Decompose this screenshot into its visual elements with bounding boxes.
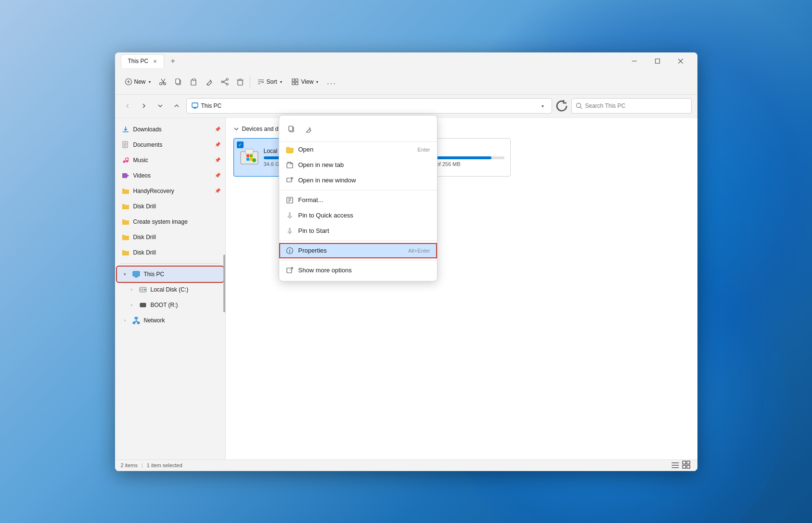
title-bar: This PC ✕ +: [115, 52, 697, 70]
section-collapse-icon[interactable]: [233, 126, 239, 132]
ctx-copy-button[interactable]: [284, 121, 299, 137]
folder-icon-1: [122, 203, 129, 210]
maximize-button[interactable]: [646, 53, 669, 69]
sidebar-item-handyrecovery[interactable]: HandyRecovery 📌: [115, 183, 225, 199]
expand-network-icon[interactable]: ›: [122, 317, 129, 324]
context-menu-pin-start[interactable]: Pin to Start: [279, 223, 437, 239]
context-menu-format[interactable]: Format...: [279, 192, 437, 208]
sidebar-item-boot-r[interactable]: › BOOT (R:): [115, 297, 225, 313]
search-icon: [576, 102, 582, 109]
paste-button[interactable]: [187, 74, 201, 89]
context-menu-open[interactable]: Open Enter: [279, 142, 437, 157]
tab-this-pc[interactable]: This PC ✕: [121, 54, 165, 68]
grid-view-button[interactable]: [682, 460, 692, 470]
view-button-label: View: [301, 78, 314, 85]
svg-rect-55: [140, 303, 146, 307]
sidebar-item-diskdrill3[interactable]: Disk Drill: [115, 245, 225, 260]
drive-icon-local-c: [240, 148, 259, 167]
context-menu-open-new-window[interactable]: Open in new window: [279, 173, 437, 188]
new-tab-button[interactable]: +: [166, 54, 180, 68]
drive-checkmark: ✓: [237, 141, 244, 148]
svg-rect-14: [176, 79, 180, 84]
tab-close-button[interactable]: ✕: [151, 57, 159, 65]
status-view-controls: [670, 460, 692, 470]
pin-start-ctx-icon: [286, 227, 294, 235]
more-ctx-icon: [286, 267, 294, 274]
address-box[interactable]: This PC ▾: [186, 98, 552, 114]
context-menu-properties[interactable]: Properties Alt+Enter: [279, 243, 437, 258]
expand-boot-r-icon[interactable]: ›: [129, 302, 135, 308]
context-properties-shortcut: Alt+Enter: [408, 248, 430, 254]
music-icon: [122, 156, 129, 164]
window-ctx-icon: [286, 177, 294, 184]
context-menu-open-new-tab[interactable]: Open in new tab: [279, 157, 437, 173]
down-button[interactable]: [154, 99, 167, 113]
search-box[interactable]: [571, 98, 692, 114]
svg-rect-79: [687, 465, 690, 468]
download-icon: [122, 126, 129, 133]
pin-icon-docs: 📌: [215, 142, 220, 147]
svg-rect-30: [292, 79, 295, 81]
new-button[interactable]: New ▾: [121, 74, 155, 89]
svg-rect-68: [246, 158, 249, 161]
sort-button-label: Sort: [267, 78, 277, 85]
monitor-address-icon: [192, 102, 198, 109]
minimize-button[interactable]: [623, 53, 645, 69]
search-input[interactable]: [585, 102, 687, 109]
sidebar-item-createsystemimage[interactable]: Create system image: [115, 214, 225, 230]
video-icon: [122, 172, 129, 179]
address-dropdown-icon[interactable]: ▾: [539, 102, 547, 110]
svg-rect-3: [655, 59, 659, 63]
svg-line-62: [136, 321, 139, 322]
folder-yellow-icon: [122, 187, 129, 195]
tab-bar: This PC ✕ +: [121, 54, 180, 68]
forward-button[interactable]: [137, 99, 151, 113]
expand-this-pc-icon[interactable]: ▾: [122, 271, 129, 278]
svg-rect-59: [137, 322, 140, 324]
hdd-sidebar-icon: [139, 286, 147, 293]
svg-line-23: [223, 82, 226, 84]
sidebar-item-music[interactable]: Music 📌: [115, 153, 225, 168]
sidebar-item-network[interactable]: › Network: [115, 313, 225, 328]
refresh-button[interactable]: [555, 99, 568, 113]
sidebar-item-local-c[interactable]: › Local Disk (C:): [115, 282, 225, 297]
items-count: 2 items: [121, 462, 138, 468]
sort-chevron-icon: ▾: [280, 80, 282, 84]
pin-icon-videos: 📌: [215, 173, 220, 178]
up-button[interactable]: [170, 99, 183, 113]
sidebar-item-diskdrill2[interactable]: Disk Drill: [115, 230, 225, 245]
sidebar-item-downloads[interactable]: Downloads 📌: [115, 122, 225, 137]
ctx-rename-button[interactable]: [301, 121, 317, 137]
pin-icon-handy: 📌: [215, 188, 220, 193]
delete-button[interactable]: [233, 74, 247, 89]
expand-local-c-icon[interactable]: ›: [129, 286, 135, 293]
close-button[interactable]: [670, 53, 692, 69]
context-open-shortcut: Enter: [417, 147, 430, 153]
context-menu-pin-quick[interactable]: Pin to Quick access: [279, 208, 437, 223]
rename-button[interactable]: [203, 74, 216, 89]
sidebar-item-this-pc[interactable]: ▾ This PC: [117, 267, 223, 282]
monitor-sidebar-icon: [132, 270, 140, 278]
pin-icon: 📌: [215, 127, 220, 132]
svg-point-19: [226, 78, 228, 80]
svg-rect-35: [193, 108, 196, 109]
selected-count: 1 item selected: [147, 462, 182, 468]
view-chevron-icon: ▾: [316, 80, 318, 84]
sort-button[interactable]: Sort ▾: [253, 74, 286, 89]
share-button[interactable]: [218, 74, 232, 89]
svg-rect-2: [632, 61, 637, 61]
svg-point-20: [226, 83, 228, 85]
more-button[interactable]: ...: [324, 74, 339, 89]
back-button[interactable]: [121, 99, 134, 113]
list-view-button[interactable]: [670, 460, 680, 470]
sidebar-item-videos[interactable]: Videos 📌: [115, 168, 225, 183]
sidebar-scrollbar[interactable]: [223, 255, 225, 312]
copy-button[interactable]: [172, 74, 185, 89]
sidebar-item-documents[interactable]: Documents 📌: [115, 137, 225, 153]
view-button[interactable]: View ▾: [288, 74, 322, 89]
svg-line-46: [125, 158, 128, 158]
sidebar-item-diskdrill1[interactable]: Disk Drill: [115, 199, 225, 214]
toolbar-separator-1: [250, 76, 250, 88]
cut-button[interactable]: [156, 74, 170, 89]
context-menu-show-more[interactable]: Show more options: [279, 263, 437, 278]
